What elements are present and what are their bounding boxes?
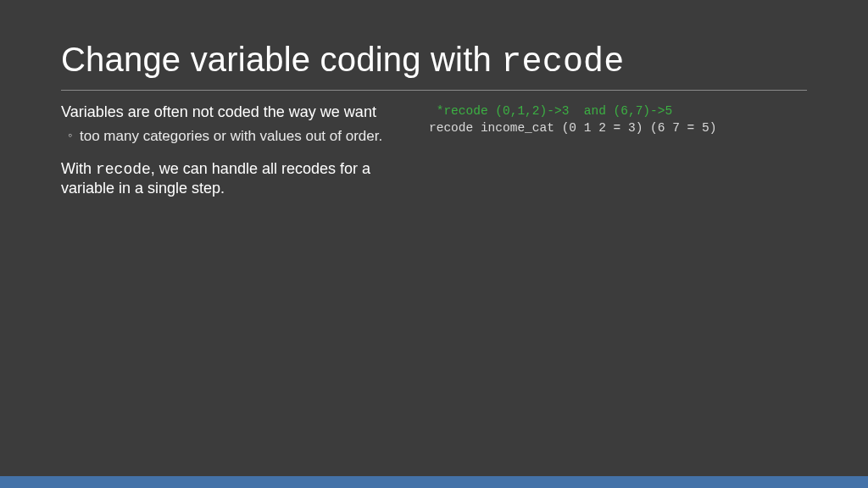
- paragraph-2: With recode, we can handle all recodes f…: [61, 159, 409, 198]
- slide-title: Change variable coding with recode: [61, 41, 807, 81]
- paragraph-2a: With: [61, 160, 96, 177]
- paragraph-1: Variables are often not coded the way we…: [61, 103, 409, 122]
- code-block: *recode (0,1,2)->3 and (6,7)->5 recode i…: [429, 103, 807, 137]
- title-mono: recode: [501, 43, 624, 81]
- content-columns: Variables are often not coded the way we…: [61, 103, 807, 203]
- right-column: *recode (0,1,2)->3 and (6,7)->5 recode i…: [429, 103, 807, 203]
- sub-bullet-1: too many categories or with values out o…: [80, 127, 409, 146]
- left-column: Variables are often not coded the way we…: [61, 103, 409, 203]
- title-divider: [61, 90, 807, 91]
- title-prefix: Change variable coding with: [61, 41, 501, 78]
- slide: Change variable coding with recode Varia…: [0, 0, 868, 203]
- paragraph-2-mono: recode: [96, 161, 151, 178]
- footer-accent-bar: [0, 476, 868, 488]
- code-statement: recode income_cat (0 1 2 = 3) (6 7 = 5): [429, 121, 716, 135]
- code-comment: *recode (0,1,2)->3 and (6,7)->5: [429, 104, 672, 118]
